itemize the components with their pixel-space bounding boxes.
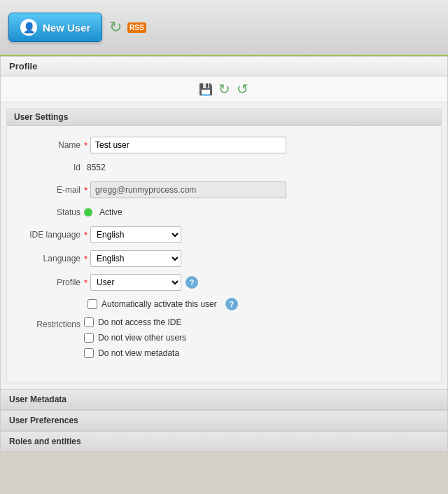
status-row: Status Active	[7, 202, 441, 223]
user-metadata-section: User Metadata	[1, 389, 447, 410]
main-toolbar: 👤 New User ↻ RSS	[0, 0, 448, 56]
form-refresh-icon[interactable]: ↻	[217, 82, 231, 96]
auto-activate-checkbox[interactable]	[88, 299, 97, 309]
id-label: Id	[14, 163, 84, 172]
no-view-users-item: Do not view other users	[84, 333, 186, 343]
email-required: *	[84, 185, 88, 195]
user-settings-section: User Settings Name * Id 8552 E-mail *	[6, 108, 442, 383]
restrictions-label: Restrictions	[14, 317, 84, 329]
lang-required: *	[84, 254, 88, 264]
profile-select[interactable]: User Administrator Developer	[90, 274, 181, 291]
profile-row: Profile * User Administrator Developer ?	[7, 270, 441, 294]
restrictions-checks: Do not access the IDE Do not view other …	[84, 317, 186, 358]
profile-label: Profile	[14, 277, 84, 287]
profile-section-header: Profile	[1, 57, 447, 76]
no-view-metadata-checkbox[interactable]	[84, 348, 94, 358]
auto-activate-row: Automatically activate this user ?	[80, 294, 441, 314]
email-row: E-mail *	[7, 178, 441, 202]
roles-entities-section: Roles and entities	[1, 431, 447, 452]
user-preferences-header[interactable]: User Preferences	[1, 411, 447, 431]
roles-entities-header[interactable]: Roles and entities	[1, 432, 447, 452]
language-select[interactable]: English French German Spanish	[90, 250, 181, 267]
rss-icon[interactable]: RSS	[129, 20, 144, 35]
main-content-area: Profile 💾 ↻ ↺ User Settings Name * Id 85…	[0, 56, 448, 453]
ide-language-row: IDE language * English French German Spa…	[7, 223, 441, 247]
save-icon[interactable]: 💾	[199, 82, 213, 96]
form-toolbar: 💾 ↻ ↺	[1, 76, 447, 102]
user-preferences-section: User Preferences	[1, 410, 447, 431]
profile-help-icon[interactable]: ?	[186, 276, 198, 289]
ide-language-label: IDE language	[14, 230, 84, 240]
language-label: Language	[14, 254, 84, 263]
name-row: Name *	[7, 133, 441, 157]
no-view-users-label: Do not view other users	[98, 333, 186, 343]
no-view-users-checkbox[interactable]	[84, 333, 94, 343]
status-value: Active	[97, 207, 122, 217]
no-ide-label: Do not access the IDE	[98, 317, 181, 327]
language-row: Language * English French German Spanish	[7, 247, 441, 270]
auto-activate-label: Automatically activate this user	[102, 299, 217, 309]
no-view-metadata-item: Do not view metadata	[84, 348, 186, 358]
email-input[interactable]	[90, 181, 286, 198]
no-view-metadata-label: Do not view metadata	[98, 348, 179, 358]
user-icon: 👤	[20, 19, 37, 36]
auto-activate-help-icon[interactable]: ?	[225, 298, 238, 310]
user-metadata-header[interactable]: User Metadata	[1, 390, 447, 410]
name-label: Name	[14, 140, 84, 150]
email-label: E-mail	[14, 185, 84, 195]
status-dot	[84, 208, 92, 217]
no-ide-item: Do not access the IDE	[84, 317, 186, 327]
settings-body: Name * Id 8552 E-mail * Status Active	[7, 126, 441, 383]
refresh-icon[interactable]: ↻	[108, 20, 123, 35]
user-settings-header: User Settings	[7, 109, 441, 126]
id-value: 8552	[84, 163, 106, 172]
id-row: Id 8552	[7, 157, 441, 178]
ide-lang-required: *	[84, 230, 88, 240]
name-input[interactable]	[90, 137, 286, 153]
ide-language-select[interactable]: English French German Spanish	[90, 226, 181, 243]
restrictions-row: Restrictions Do not access the IDE Do no…	[7, 314, 441, 362]
profile-required: *	[84, 277, 88, 288]
status-label: Status	[14, 207, 84, 217]
rss-badge: RSS	[127, 22, 146, 33]
new-user-label: New User	[43, 22, 90, 34]
new-user-button[interactable]: 👤 New User	[8, 13, 102, 42]
form-undo-icon[interactable]: ↺	[235, 82, 249, 96]
no-ide-checkbox[interactable]	[84, 317, 94, 327]
name-required: *	[84, 140, 88, 151]
